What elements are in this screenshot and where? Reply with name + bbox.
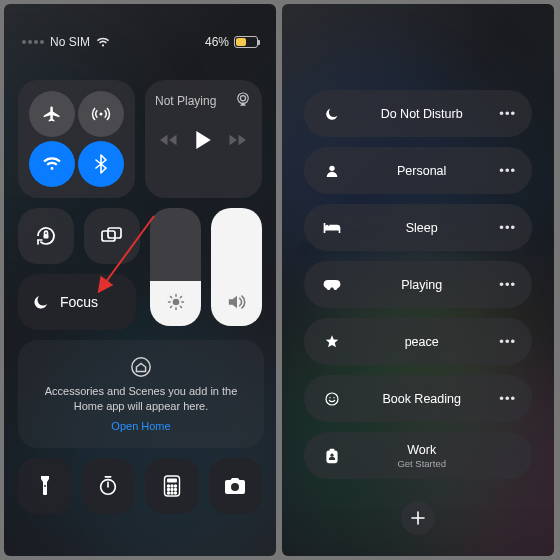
volume-slider[interactable] [211,208,262,326]
prev-track-icon[interactable] [160,133,178,147]
person-icon [324,163,340,179]
carrier-label: No SIM [50,35,90,49]
focus-mode-work[interactable]: Work Get Started ••• [304,432,532,479]
focus-mode-label: Work Get Started [344,443,499,469]
svg-point-12 [167,485,169,487]
gamepad-icon [322,278,342,292]
svg-point-24 [325,224,328,227]
bluetooth-button[interactable] [78,141,124,187]
next-track-icon[interactable] [228,133,246,147]
cellular-icon [91,104,111,124]
orientation-lock-button[interactable] [18,208,74,264]
more-button[interactable]: ••• [499,106,516,121]
svg-point-31 [333,397,334,398]
open-home-link[interactable]: Open Home [111,420,170,432]
svg-point-34 [330,453,333,456]
svg-point-16 [171,489,173,491]
star-icon [324,334,340,350]
more-button[interactable]: ••• [499,163,516,178]
wifi-status-icon [96,37,110,48]
svg-point-30 [329,397,330,398]
svg-point-28 [336,285,338,287]
battery-icon [234,36,258,48]
control-center-panel: No SIM 46% [4,4,276,556]
volume-icon [226,292,248,312]
svg-point-23 [329,165,334,170]
screen-mirroring-button[interactable] [84,208,140,264]
music-tile[interactable]: Not Playing [145,80,262,198]
focus-mode-label: Book Reading [344,392,499,406]
play-icon[interactable] [194,130,212,150]
svg-point-14 [174,485,176,487]
airplane-icon [42,104,62,124]
orientation-lock-icon [34,224,58,248]
svg-rect-11 [167,479,177,483]
svg-point-6 [172,299,179,306]
focus-label: Focus [60,294,98,310]
svg-rect-26 [325,284,329,285]
svg-rect-33 [330,448,335,450]
home-text: Accessories and Scenes you add in the Ho… [36,384,246,414]
focus-mode-label: Personal [344,164,499,178]
badge-icon [325,448,339,464]
more-button[interactable]: ••• [499,220,516,235]
svg-point-1 [238,93,249,104]
svg-point-21 [231,483,239,491]
focus-mode-book-reading[interactable]: Book Reading ••• [304,375,532,422]
svg-point-19 [171,492,173,494]
wifi-icon [42,156,62,172]
brightness-icon [166,292,186,312]
airplane-mode-button[interactable] [29,91,75,137]
timer-icon [97,475,119,497]
svg-point-29 [326,393,338,405]
battery-pct: 46% [205,35,229,49]
svg-point-8 [44,485,46,487]
focus-mode-sleep[interactable]: Sleep ••• [304,204,532,251]
camera-icon [223,476,247,496]
plus-icon [411,511,425,525]
flashlight-button[interactable] [18,458,72,514]
brightness-slider[interactable] [150,208,201,326]
svg-point-20 [174,492,176,494]
signal-dots-icon [22,40,44,44]
more-button[interactable]: ••• [499,277,516,292]
focus-mode-playing[interactable]: Playing ••• [304,261,532,308]
camera-button[interactable] [209,458,263,514]
moon-icon [32,293,50,311]
focus-modes-panel: Do Not Disturb ••• Personal ••• Sleep ••… [282,4,554,556]
smile-icon [324,391,340,407]
focus-mode-do-not-disturb[interactable]: Do Not Disturb ••• [304,90,532,137]
wifi-button[interactable] [29,141,75,187]
svg-point-27 [335,282,337,284]
focus-mode-label: Do Not Disturb [344,107,499,121]
cellular-data-button[interactable] [78,91,124,137]
focus-mode-peace[interactable]: peace ••• [304,318,532,365]
calculator-icon [163,475,181,497]
svg-point-18 [167,492,169,494]
focus-mode-label: Sleep [344,221,499,235]
moon-icon [324,106,340,122]
calculator-button[interactable] [145,458,199,514]
bluetooth-icon [94,154,108,174]
timer-button[interactable] [82,458,136,514]
bed-icon [322,221,342,235]
svg-point-7 [132,358,150,376]
svg-rect-3 [44,234,49,239]
focus-mode-personal[interactable]: Personal ••• [304,147,532,194]
airplay-icon[interactable] [234,90,252,108]
focus-modes-list: Do Not Disturb ••• Personal ••• Sleep ••… [282,4,554,535]
svg-point-15 [167,489,169,491]
svg-point-13 [171,485,173,487]
home-icon [130,356,152,378]
focus-mode-label: Playing [344,278,499,292]
svg-point-17 [174,489,176,491]
home-tile[interactable]: Accessories and Scenes you add in the Ho… [18,340,264,448]
focus-button[interactable]: Focus [18,274,136,330]
connectivity-tile [18,80,135,198]
screen-mirroring-icon [100,226,124,246]
more-button[interactable]: ••• [499,391,516,406]
more-button[interactable]: ••• [499,334,516,349]
add-focus-button[interactable] [401,501,435,535]
status-bar: No SIM 46% [4,4,276,80]
focus-mode-label: peace [344,335,499,349]
